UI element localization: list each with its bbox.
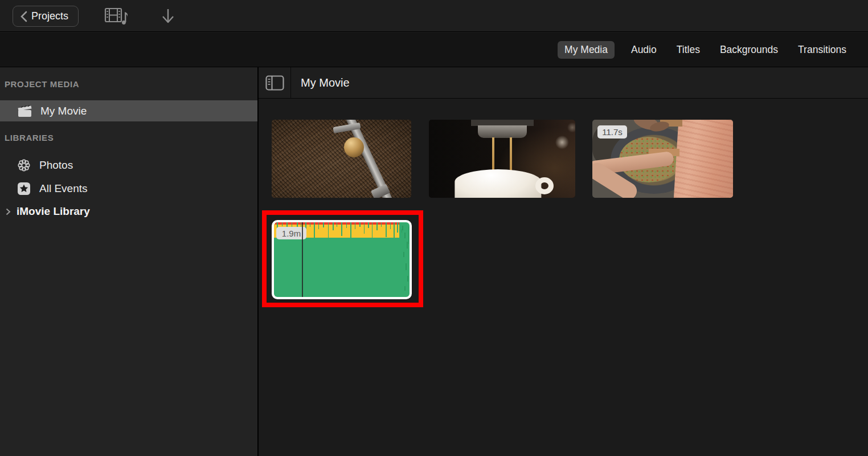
tab-audio[interactable]: Audio xyxy=(628,41,660,59)
thumbnail-art xyxy=(673,120,733,198)
photos-flower-icon xyxy=(17,158,31,172)
thumbnail-art xyxy=(455,169,541,198)
projects-button-label: Projects xyxy=(31,10,68,22)
sidebar-item-photos[interactable]: Photos xyxy=(0,153,257,177)
libraries-header: LIBRARIES xyxy=(0,121,257,153)
clip-audio-waveform[interactable]: 1.9m xyxy=(272,220,412,299)
media-filmstrip-note-icon[interactable] xyxy=(104,7,129,25)
import-down-arrow-icon[interactable] xyxy=(161,8,175,25)
media-browser: 11.7s xyxy=(259,99,868,456)
browser-header: My Movie xyxy=(259,67,868,99)
libraries-sidebar: PROJECT MEDIA My Movie LIBRARIES xyxy=(0,67,257,456)
sidebar-item-label: iMovie Library xyxy=(17,205,90,218)
sidebar-item-my-movie[interactable]: My Movie xyxy=(0,100,257,121)
project-media-header: PROJECT MEDIA xyxy=(0,67,257,100)
browser-tab-bar: My Media Audio Titles Backgrounds Transi… xyxy=(0,32,868,67)
sidebar-item-label: My Movie xyxy=(40,105,87,117)
sidebar-toggle-icon xyxy=(265,75,284,91)
skimmer-playhead[interactable] xyxy=(302,222,303,297)
top-toolbar: Projects xyxy=(0,0,868,32)
audio-waveform: 1.9m xyxy=(274,222,410,297)
sidebar-item-label: Photos xyxy=(39,159,73,172)
clip-coffee-roasting[interactable] xyxy=(272,120,411,198)
thumbnail-art xyxy=(478,125,527,138)
tab-transitions[interactable]: Transitions xyxy=(795,41,850,59)
imovie-window: Projects My Media Audio Titles Backgroun… xyxy=(0,0,868,456)
tab-my-media[interactable]: My Media xyxy=(558,41,615,59)
thumbnail-art xyxy=(535,177,554,194)
sidebar-item-all-events[interactable]: All Events xyxy=(0,177,257,200)
projects-back-button[interactable]: Projects xyxy=(13,6,79,27)
clip-bean-sorting[interactable]: 11.7s xyxy=(592,120,733,198)
tab-titles[interactable]: Titles xyxy=(673,41,703,59)
project-title: My Movie xyxy=(291,76,350,89)
duration-badge: 11.7s xyxy=(597,125,627,139)
tab-backgrounds[interactable]: Backgrounds xyxy=(716,41,781,59)
chevron-left-icon xyxy=(20,11,27,22)
sidebar-item-imovie-library[interactable]: iMovie Library xyxy=(0,200,257,223)
clapperboard-icon xyxy=(17,104,32,117)
sidebar-toggle-button[interactable] xyxy=(259,75,290,91)
star-box-icon xyxy=(17,182,31,196)
chevron-right-icon xyxy=(5,207,11,216)
clip-espresso-pour[interactable] xyxy=(429,120,575,198)
sidebar-item-label: All Events xyxy=(39,182,87,195)
annotation-red-box: 1.9m xyxy=(262,210,423,307)
